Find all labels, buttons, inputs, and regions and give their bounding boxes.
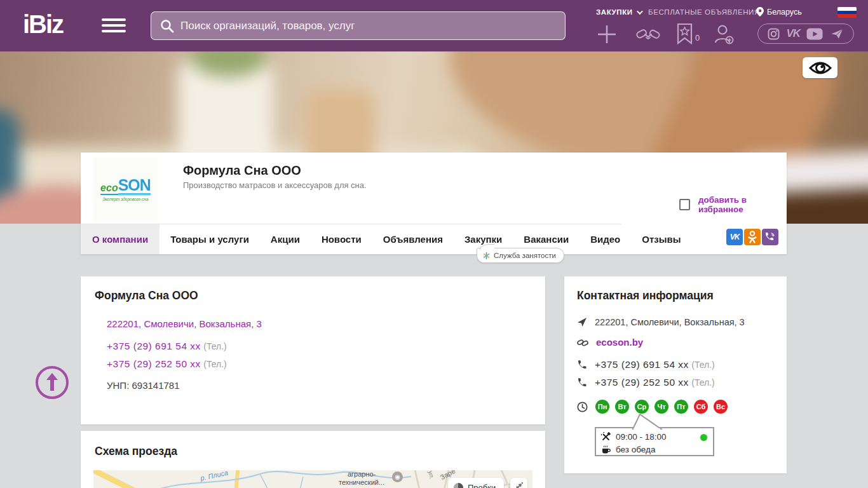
contact-address-row: 222201, Смолевичи, Вокзальная, 3 <box>577 317 745 327</box>
add-to-favorites[interactable]: добавить в избранное <box>679 195 787 214</box>
favorite-checkbox[interactable] <box>679 199 690 210</box>
contact-phone-row-2: +375 (29) 252 50 xx (Тел.) <box>577 377 715 388</box>
traffic-label: Пробки <box>468 483 496 488</box>
day-badge-mon[interactable]: Пн <box>595 400 609 414</box>
phone-link[interactable]: +375 (29) 691 54 xx <box>107 341 201 351</box>
chevron-down-icon <box>637 8 643 15</box>
tab-video[interactable]: Видео <box>580 224 631 254</box>
search-input[interactable] <box>180 20 556 32</box>
traffic-light-icon <box>454 483 463 488</box>
location-pin-icon <box>756 7 764 17</box>
company-header-card: ecoSON Эксперт здорового сна Формула Сна… <box>81 152 787 254</box>
header-social-links: VK <box>757 24 854 44</box>
navigation-arrow-icon <box>577 317 587 327</box>
telegram-icon[interactable] <box>830 27 844 40</box>
nav-procurement[interactable]: ЗАКУПКИ <box>596 8 641 16</box>
contact-info-title: Контактная информация <box>577 289 714 302</box>
phone-type-label: (Тел.) <box>203 341 226 351</box>
handshake-icon <box>635 25 661 44</box>
tab-news[interactable]: Новости <box>311 224 372 254</box>
about-address-link[interactable]: 222201, Смолевичи, Вокзальная, 3 <box>107 318 262 329</box>
favorites-count: 0 <box>695 33 700 43</box>
phone-link[interactable]: +375 (29) 691 54 xx <box>595 359 689 370</box>
logo-son-text: SON <box>118 177 151 195</box>
scroll-to-top-button[interactable] <box>36 366 69 399</box>
about-card: Формула Сна ООО 222201, Смолевичи, Вокза… <box>81 276 545 424</box>
search-icon <box>160 19 174 33</box>
about-title: Формула Сна ООО <box>95 289 198 302</box>
phone-icon <box>577 377 587 388</box>
map-title: Схема проезда <box>95 445 177 458</box>
day-badge-fri[interactable]: Пт <box>674 400 688 414</box>
phone-icon <box>577 360 587 370</box>
about-phone-1: +375 (29) 691 54 xx (Тел.) <box>107 341 227 352</box>
hamburger-menu-icon[interactable] <box>102 18 126 34</box>
contact-address: 222201, Смолевичи, Вокзальная, 3 <box>595 317 745 327</box>
nav-free-ads[interactable]: БЕСПЛАТНЫЕ ОБЪЯВЛЕНИЯ <box>648 8 760 16</box>
company-logo[interactable]: ecoSON Эксперт здорового сна <box>93 158 158 221</box>
viber-button[interactable] <box>762 229 778 245</box>
phone-link[interactable]: +375 (29) 252 50 xx <box>107 358 201 369</box>
login-register-button[interactable] <box>713 24 735 48</box>
favorite-label: добавить в избранное <box>698 195 787 214</box>
contact-website-row: ecoson.by <box>577 337 643 348</box>
coffee-cup-icon <box>601 445 611 454</box>
instagram-icon[interactable] <box>768 28 780 40</box>
day-badge-sat[interactable]: Сб <box>694 400 708 414</box>
phone-type-label: (Тел.) <box>691 377 714 388</box>
logo-tagline: Эксперт здорового сна <box>102 197 148 201</box>
language-flag-russia[interactable] <box>837 7 857 18</box>
day-badge-tue[interactable]: Вт <box>615 400 629 414</box>
company-description: Производство матрасов и аксессуаров для … <box>183 180 367 190</box>
working-hours-tooltip: 09:00 - 18:00 без обеда <box>595 427 714 456</box>
open-now-indicator <box>700 434 707 441</box>
employment-service-icon <box>483 252 490 259</box>
website-link[interactable]: ecoson.by <box>596 337 643 348</box>
clock-icon <box>577 402 588 412</box>
vk-icon[interactable]: VK <box>787 27 801 40</box>
map-poi-label: аграрно-технический... <box>339 470 384 487</box>
plus-icon <box>596 24 618 45</box>
eye-icon <box>808 60 832 76</box>
tab-ads[interactable]: Объявления <box>372 224 454 254</box>
link-icon <box>577 337 588 348</box>
top-header: iBiz ЗАКУПКИ БЕСПЛАТНЫЕ ОБЪЯВЛЕНИЯ Белар… <box>0 0 868 51</box>
tab-about[interactable]: О компании <box>81 224 159 254</box>
company-name: Формула Сна ООО <box>183 163 301 178</box>
phone-link[interactable]: +375 (29) 252 50 xx <box>595 377 689 388</box>
map-street-label: ул. <box>427 470 435 480</box>
phone-type-label: (Тел.) <box>691 360 714 370</box>
site-logo[interactable]: iBiz <box>23 10 63 39</box>
tab-reviews[interactable]: Отзывы <box>631 224 691 254</box>
map-card: Схема проезда р. Плиса аграрно-техническ… <box>81 431 545 488</box>
contact-phone-row-1: +375 (29) 691 54 xx (Тел.) <box>577 359 715 370</box>
company-unp: УНП: 693141781 <box>107 380 180 391</box>
vk-share-button[interactable]: VK <box>726 229 743 245</box>
odnoklassniki-icon <box>747 231 757 243</box>
tab-promotions[interactable]: Акции <box>260 224 311 254</box>
traffic-toggle-button[interactable]: Пробки <box>448 478 504 488</box>
add-company-button[interactable] <box>596 24 618 48</box>
vk-icon: VK <box>730 233 740 241</box>
map-canvas[interactable]: р. Плиса аграрно-технический... ◉ ул. За… <box>93 470 532 488</box>
company-social-buttons: VK <box>726 229 778 245</box>
odnoklassniki-share-button[interactable] <box>744 229 761 245</box>
favorites-button[interactable] <box>676 23 693 47</box>
working-days-row: Пн Вт Ср Чт Пт Сб Вс <box>577 400 728 414</box>
tab-products[interactable]: Товары и услуги <box>159 224 260 254</box>
day-badge-wed[interactable]: Ср <box>635 400 649 414</box>
bookmark-star-icon <box>676 23 693 44</box>
arrow-up-icon <box>45 373 59 392</box>
accessibility-version-button[interactable] <box>803 57 837 78</box>
day-badge-thu[interactable]: Чт <box>654 400 668 414</box>
day-badge-sun[interactable]: Вс <box>714 400 728 414</box>
vacancy-tooltip: Служба занятости <box>477 248 564 263</box>
partners-button[interactable] <box>635 25 661 46</box>
expand-icon <box>514 482 524 488</box>
tooltip-pointer <box>621 414 666 430</box>
youtube-icon[interactable] <box>806 28 823 40</box>
about-phone-2: +375 (29) 252 50 xx (Тел.) <box>107 358 227 370</box>
region-selector[interactable]: Беларусь <box>756 7 802 17</box>
map-fullscreen-button[interactable] <box>510 478 527 488</box>
vacancy-tooltip-text: Служба занятости <box>494 252 556 259</box>
